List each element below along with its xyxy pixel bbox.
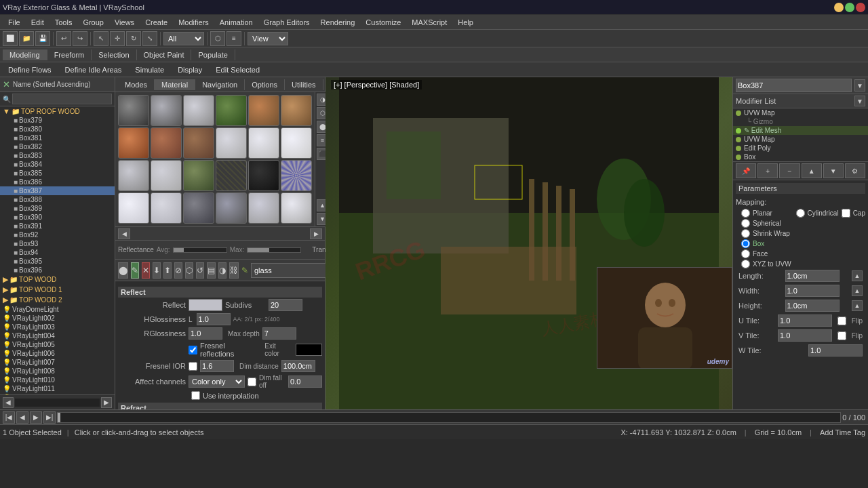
tab-modeling[interactable]: Modeling: [3, 49, 47, 60]
tree-group-top-wood-2[interactable]: ▶ 📁 TOP WOOD 2: [0, 295, 115, 305]
tree-item-box94[interactable]: ■Box94: [0, 248, 115, 257]
menu-group[interactable]: Group: [77, 17, 109, 28]
menu-animation[interactable]: Animation: [214, 17, 258, 28]
mat-reset-btn[interactable]: ↺: [196, 262, 204, 279]
mod-down-btn[interactable]: ▼: [823, 163, 844, 178]
menu-file[interactable]: File: [3, 17, 26, 28]
mod-pin-btn[interactable]: 📌: [736, 163, 756, 178]
spherical-radio[interactable]: [741, 219, 750, 228]
tree-item-box389[interactable]: ■Box389: [0, 204, 115, 213]
mat-item-15[interactable]: [183, 160, 214, 191]
define-flows[interactable]: Define Flows: [3, 64, 57, 75]
tree-item-vray005[interactable]: 💡VRayLight005: [0, 340, 115, 349]
simulate[interactable]: Simulate: [130, 64, 170, 75]
tree-item-box391[interactable]: ■Box391: [0, 222, 115, 230]
mat-item-23[interactable]: [248, 192, 279, 224]
fresnel-ior-lock[interactable]: [189, 362, 197, 371]
tab-material[interactable]: Material: [155, 79, 195, 90]
display[interactable]: Display: [172, 64, 208, 75]
tree-item-box384[interactable]: ■Box384: [0, 160, 115, 169]
fresnel-ior-input[interactable]: [200, 360, 234, 372]
mat-item-7[interactable]: [118, 127, 149, 159]
tab-object-paint[interactable]: Object Paint: [137, 49, 192, 60]
mat-item-21[interactable]: [183, 192, 214, 224]
mat-item-20[interactable]: [151, 192, 182, 224]
planar-radio[interactable]: [741, 209, 750, 218]
mat-edit-btn[interactable]: ✎: [131, 262, 139, 279]
toolbar-redo[interactable]: ↪: [73, 31, 87, 46]
modifier-box[interactable]: Box: [733, 152, 868, 161]
mat-item-11[interactable]: [248, 127, 279, 159]
tree-item-box395[interactable]: ■Box395: [0, 257, 115, 266]
height-input[interactable]: [785, 300, 840, 312]
tree-item-box92[interactable]: ■Box92: [0, 230, 115, 239]
toolbar-open[interactable]: 📁: [19, 31, 34, 46]
tree-item-vray002[interactable]: 💡VRayLight002: [0, 314, 115, 323]
tree-group-top-wood-1[interactable]: ▶ 📁 TOP WOOD 1: [0, 285, 115, 295]
tree-item-box382[interactable]: ■Box382: [0, 142, 115, 151]
modifier-gizmo[interactable]: └ Gizmo: [733, 117, 868, 126]
toolbar-move[interactable]: ✛: [110, 31, 125, 46]
mat-item-16[interactable]: [216, 160, 247, 191]
mat-item-9[interactable]: [183, 127, 214, 159]
menu-edit[interactable]: Edit: [26, 17, 50, 28]
mod-del-btn[interactable]: −: [779, 163, 800, 178]
view-select[interactable]: View: [248, 32, 288, 45]
tab-options[interactable]: Options: [245, 79, 285, 90]
reflect-color-swatch[interactable]: [189, 299, 222, 311]
height-up[interactable]: ▲: [852, 300, 863, 311]
shrink-wrap-radio[interactable]: [741, 229, 750, 238]
edit-selected[interactable]: Edit Selected: [210, 64, 265, 75]
mat-assign-btn[interactable]: ⬇: [153, 262, 161, 279]
close-btn[interactable]: [856, 3, 865, 12]
tree-close-icon[interactable]: ✕: [3, 79, 10, 89]
exit-color-swatch[interactable]: [296, 344, 322, 356]
define-idle-areas[interactable]: Define Idle Areas: [60, 64, 127, 75]
time-play-btn[interactable]: ▶: [30, 411, 42, 424]
mat-item-1[interactable]: [118, 95, 149, 126]
modifier-edit-poly[interactable]: Edit Poly: [733, 144, 868, 152]
menu-modifiers[interactable]: Modifiers: [173, 17, 214, 28]
rgloss-input[interactable]: [189, 327, 222, 340]
tab-modes[interactable]: Modes: [118, 79, 155, 90]
mat-item-5[interactable]: [248, 95, 279, 126]
mat-item-3[interactable]: [183, 95, 214, 126]
face-radio[interactable]: [741, 249, 750, 258]
tree-filter-input[interactable]: [12, 94, 112, 104]
time-play-back-btn[interactable]: ◀: [16, 411, 28, 424]
tree-item-box380[interactable]: ■Box380: [0, 125, 115, 134]
tree-next-btn[interactable]: ▶: [101, 397, 112, 408]
width-up[interactable]: ▲: [852, 285, 863, 296]
mat-item-22[interactable]: [216, 192, 247, 224]
mat-nav-left[interactable]: ◀: [118, 228, 130, 239]
tree-item-box388[interactable]: ■Box388: [0, 195, 115, 204]
mat-item-4[interactable]: [216, 95, 247, 126]
cap-check[interactable]: [842, 209, 850, 218]
v-flip-check[interactable]: [837, 331, 846, 340]
mat-item-19[interactable]: [118, 192, 149, 224]
dim-falloff-input[interactable]: [288, 375, 322, 388]
fresnel-check[interactable]: [189, 346, 197, 354]
menu-graph[interactable]: Graph Editors: [258, 17, 315, 28]
mat-options-btn[interactable]: ▤: [207, 262, 216, 279]
box-radio[interactable]: [741, 239, 750, 248]
menu-views[interactable]: Views: [109, 17, 140, 28]
menu-create[interactable]: Create: [140, 17, 173, 28]
vtile-input[interactable]: [778, 329, 832, 342]
tree-item-box93[interactable]: ■Box93: [0, 239, 115, 248]
tree-item-box385[interactable]: ■Box385: [0, 169, 115, 178]
mod-config-btn[interactable]: ⚙: [845, 163, 865, 178]
mat-item-6[interactable]: [281, 95, 312, 126]
mat-link-btn[interactable]: ⛓: [229, 262, 239, 279]
length-input[interactable]: [785, 270, 840, 282]
menu-rendering[interactable]: Rendering: [315, 17, 361, 28]
dim-falloff-check[interactable]: [248, 378, 256, 386]
tree-item-box387[interactable]: ■Box387: [0, 186, 115, 195]
menu-customize[interactable]: Customize: [360, 17, 406, 28]
mat-new-btn[interactable]: ◑: [218, 262, 226, 279]
tree-item-vray007[interactable]: 💡VRayLight007: [0, 358, 115, 367]
u-flip-check[interactable]: [837, 317, 846, 325]
hgloss-input[interactable]: [197, 313, 231, 325]
toolbar-scale[interactable]: ⤡: [142, 31, 157, 46]
interp-check[interactable]: [191, 391, 200, 400]
